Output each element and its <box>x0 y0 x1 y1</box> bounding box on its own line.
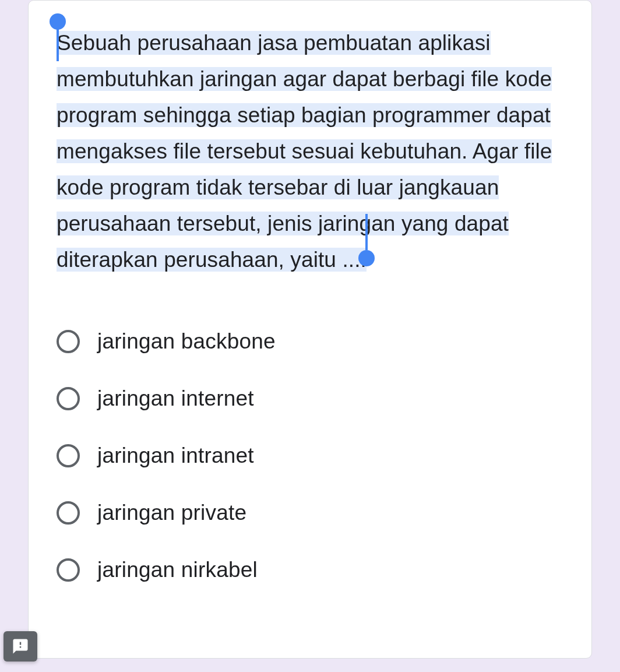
radio-icon <box>57 444 80 467</box>
option-5[interactable]: jaringan nirkabel <box>57 541 563 599</box>
radio-icon <box>57 330 80 353</box>
option-2[interactable]: jaringan internet <box>57 370 563 427</box>
question-container: Sebuah perusahaan jasa pembuatan aplikas… <box>57 1 563 278</box>
option-label: jaringan intranet <box>97 444 254 468</box>
option-label: jaringan nirkabel <box>97 558 258 582</box>
options-list: jaringan backbone jaringan internet jari… <box>57 313 563 599</box>
feedback-button[interactable] <box>3 631 37 662</box>
option-label: jaringan private <box>97 501 246 525</box>
option-1[interactable]: jaringan backbone <box>57 313 563 370</box>
question-text[interactable]: Sebuah perusahaan jasa pembuatan aplikas… <box>57 25 563 278</box>
option-3[interactable]: jaringan intranet <box>57 427 563 484</box>
radio-icon <box>57 501 80 525</box>
radio-icon <box>57 558 80 582</box>
question-card: Sebuah perusahaan jasa pembuatan aplikas… <box>28 0 592 659</box>
option-label: jaringan internet <box>97 386 254 411</box>
selected-text: Sebuah perusahaan jasa pembuatan aplikas… <box>57 31 552 272</box>
option-4[interactable]: jaringan private <box>57 484 563 541</box>
option-label: jaringan backbone <box>97 329 276 354</box>
feedback-icon <box>12 638 29 655</box>
radio-icon <box>57 387 80 410</box>
